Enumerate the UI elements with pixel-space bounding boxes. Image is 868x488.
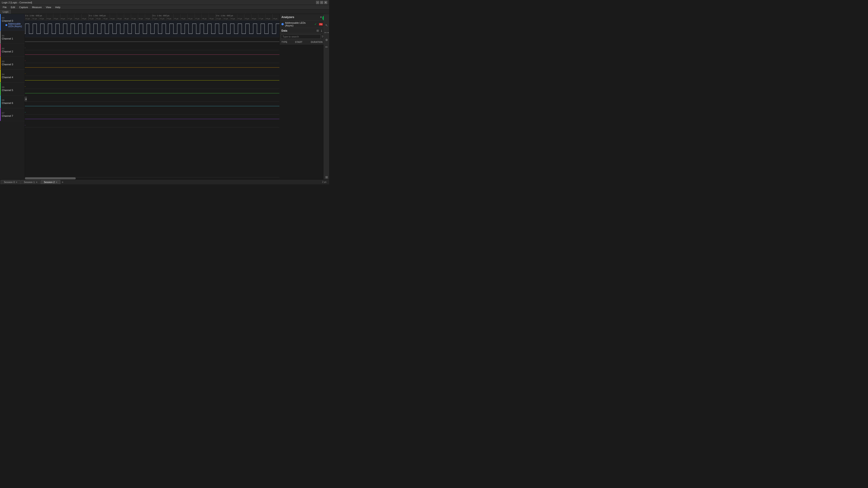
grid-tool-icon[interactable]: ⊠ (324, 175, 329, 180)
analyzer-check-icon: ✓ (314, 23, 317, 26)
ruler-label-1: 0 s · 1 ms · 630 µs (25, 14, 42, 17)
waveform-row-ch0[interactable] (25, 20, 279, 37)
tick: +6 µs (60, 14, 67, 20)
tick: +9 µs (81, 14, 88, 20)
col-type: TYPE (281, 41, 295, 43)
col-duration: DURATION (311, 41, 323, 43)
ch5-signal (25, 89, 279, 101)
tick: +6 µs (124, 14, 131, 20)
session-tab-1-close[interactable]: ✕ (36, 181, 37, 184)
search-input[interactable] (281, 34, 321, 39)
tick: +4 µs (46, 14, 53, 20)
waveform-row-ch5[interactable] (25, 89, 279, 102)
ch2-signal (25, 50, 279, 63)
measure-tool-icon[interactable]: ⟷ (324, 30, 329, 35)
sidebar-item-channel3[interactable]: D3 Channel 3 (0, 57, 25, 70)
analyzer-item-name: Addressable LEDs (Async) (285, 22, 313, 27)
session-tab-1[interactable]: Session 1 ✕ (21, 180, 40, 184)
channel3-name: Channel 3 (2, 63, 25, 66)
timeline-ruler[interactable]: 0 s · 1 ms · 630 µs +1 µs +2 µs +3 µs +4… (25, 14, 279, 20)
session-tab-2[interactable]: Session 2 ✕ (41, 180, 60, 184)
waveform-row-ch7[interactable] (25, 115, 279, 127)
menu-capture[interactable]: Capture (18, 5, 30, 9)
ruler-section-2: 0 s · 1 ms · 640 µs +1 µs +2 µs +3 µs +4… (89, 14, 152, 20)
session-tab-0[interactable]: Session 0 ✕ (1, 180, 20, 184)
tick: +6 µs (251, 14, 258, 20)
menu-measure[interactable]: Measure (30, 5, 43, 9)
waveform-area: 0 s · 1 ms · 630 µs +1 µs +2 µs +3 µs +4… (25, 14, 279, 180)
pointer-tool-icon[interactable]: ↖ (324, 23, 329, 28)
analyzers-header: Analyzers + (280, 14, 324, 21)
sidebar-item-analyzer[interactable]: Addressable LEDs (Async) (2, 22, 25, 28)
export-icon[interactable]: ⤓ (320, 29, 323, 32)
menu-help[interactable]: Help (53, 5, 62, 9)
menu-view[interactable]: View (44, 5, 53, 9)
channel2-color-bar (0, 44, 1, 57)
data-header: Data ⊞ ⤓ (280, 28, 324, 33)
sidebar-item-channel0[interactable]: D0 Channel 0 Addressable LEDs (Async) (0, 14, 25, 31)
window-title: Logic 2 [Logic - Connected] (2, 1, 32, 4)
right-panel: Analyzers + Addressable LEDs (Async) ✓ P… (279, 14, 324, 44)
waveform-row-ch6[interactable] (25, 102, 279, 115)
analyzer-red-badge: PD (319, 23, 323, 26)
tick: +7 µs (258, 14, 265, 20)
channel0-label: D0 (2, 17, 25, 19)
analyzer-label: Addressable LEDs (Async) (8, 23, 23, 28)
channel5-color-bar (0, 83, 1, 95)
ch6-signal (25, 102, 279, 114)
menu-file[interactable]: File (1, 5, 8, 9)
session-tab-0-label: Session 0 (4, 181, 15, 184)
scrollbar-thumb[interactable] (25, 177, 76, 180)
analyzer-item[interactable]: Addressable LEDs (Async) ✓ PD (280, 21, 324, 28)
waveform-row-ch3[interactable] (25, 63, 279, 76)
edit-tool-icon[interactable]: ✏ (324, 45, 329, 49)
zoom-tool-icon[interactable]: ⊕ (324, 37, 329, 42)
sidebar-item-channel4[interactable]: D4 Channel 4 (0, 70, 25, 83)
right-panel-wrapper: Analyzers + Addressable LEDs (Async) ✓ P… (279, 14, 329, 180)
session-tab-0-close[interactable]: ✕ (16, 181, 18, 184)
tick: +7 µs (67, 14, 74, 20)
horizontal-scrollbar[interactable] (25, 177, 279, 180)
sidebar-item-channel6[interactable]: D6 Channel 6 (0, 95, 25, 108)
session-tab-2-label: Session 2 (44, 181, 55, 184)
add-session-button[interactable]: + (61, 180, 64, 184)
maximize-button[interactable]: □ (320, 1, 323, 4)
search-help-button[interactable]: ? (322, 35, 323, 38)
waveform-display[interactable] (25, 20, 279, 177)
tick: +4 µs (110, 14, 117, 20)
waveform-row-ch2[interactable] (25, 50, 279, 63)
analyzer-dot (5, 24, 7, 26)
close-button[interactable]: ✕ (324, 1, 327, 4)
sidebar-item-channel7[interactable]: D7 Channel 7 (0, 108, 25, 121)
minimize-button[interactable]: − (316, 1, 319, 4)
channel0-color-bar (0, 14, 1, 31)
channel5-name: Channel 5 (2, 89, 25, 92)
tick: +8 µs (138, 14, 145, 20)
window-controls: − □ ✕ (316, 1, 327, 4)
channel3-label: D3 (2, 60, 25, 63)
channel7-name: Channel 7 (2, 115, 25, 117)
session-tab-2-close[interactable]: ✕ (56, 181, 57, 184)
bottom-tabs: Session 0 ✕ Session 1 ✕ Session 2 ✕ + 2 … (0, 180, 329, 184)
logic-tab[interactable]: Logic (0, 9, 11, 14)
col-start: START (295, 41, 311, 43)
menu-edit[interactable]: Edit (9, 5, 17, 9)
sidebar-collapse-button[interactable]: ◀ (25, 97, 27, 101)
grid-icon[interactable]: ⊞ (316, 29, 319, 32)
sidebar-item-channel5[interactable]: D5 Channel 5 (0, 83, 25, 95)
tick: +4 µs (174, 14, 180, 20)
analyzers-title: Analyzers (281, 15, 294, 19)
data-header-icons: ⊞ ⤓ (316, 29, 323, 32)
ch1-signal (25, 37, 279, 50)
sidebar-item-channel2[interactable]: D2 Channel 2 (0, 44, 25, 57)
tick: +8 µs (202, 14, 209, 20)
waveform-row-ch4[interactable] (25, 76, 279, 89)
channel4-label: D4 (2, 73, 25, 75)
tick: +4 µs (237, 14, 244, 20)
tick: +7 µs (195, 14, 202, 20)
channel4-name: Channel 4 (2, 76, 25, 78)
waveform-row-ch1[interactable] (25, 37, 279, 50)
tick: +5 µs (180, 14, 187, 20)
sidebar-item-channel1[interactable]: D1 Channel 1 (0, 31, 25, 44)
right-tools: ↖ ⟷ ⊕ ✏ ⊠ (324, 14, 329, 180)
